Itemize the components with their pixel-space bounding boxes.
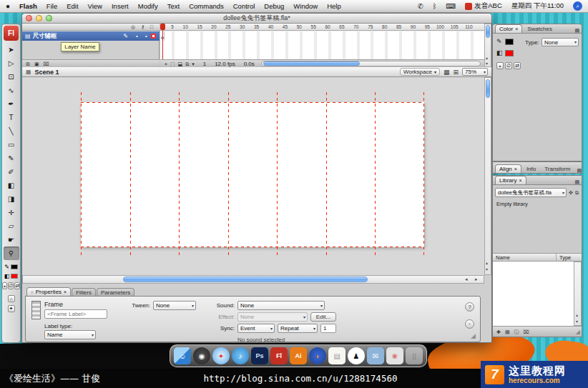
close-button[interactable] bbox=[26, 15, 32, 21]
sync-dropdown[interactable]: Event ▾ bbox=[237, 324, 275, 333]
guide-line[interactable] bbox=[81, 247, 424, 247]
help-icon[interactable]: ? bbox=[465, 302, 474, 312]
column-divider[interactable] bbox=[556, 254, 557, 262]
rectangle-tool[interactable]: ▭ bbox=[4, 138, 19, 151]
tab-close-icon[interactable]: × bbox=[64, 289, 67, 294]
apple-menu[interactable]: ● bbox=[6, 2, 10, 10]
dock-safari-icon[interactable]: ✦ bbox=[212, 347, 230, 364]
stage-vscrollbar[interactable]: ▴ ▾ bbox=[484, 77, 491, 275]
workspace-button[interactable]: Workspace ▾ bbox=[400, 68, 440, 76]
layer-outline-swatch[interactable] bbox=[151, 34, 156, 39]
pin-library-icon[interactable]: ✜ bbox=[569, 190, 573, 195]
outline-column-icon[interactable]: □ bbox=[150, 24, 153, 29]
menu-commands[interactable]: Commands bbox=[189, 2, 224, 10]
layer-row[interactable]: ▤ 尺寸辅框 ✎ • • bbox=[22, 31, 160, 41]
menu-control[interactable]: Control bbox=[233, 2, 255, 10]
library-col-name[interactable]: Name bbox=[496, 254, 510, 261]
delete-item-button[interactable]: ⌧ bbox=[524, 329, 529, 334]
swap-colors-button[interactable]: ⇄ bbox=[14, 282, 20, 289]
stage-hscrollbar[interactable]: ◂ ▸ bbox=[22, 275, 484, 284]
scroll-down-arrow-icon[interactable]: ▾ bbox=[486, 61, 488, 66]
tab-transform[interactable]: Transform bbox=[541, 165, 574, 173]
label-type-dropdown[interactable]: Name ▾ bbox=[44, 330, 96, 339]
edit-multiple-frames-button[interactable]: ⧉ bbox=[185, 61, 189, 66]
menu-debug[interactable]: Debug bbox=[264, 2, 284, 10]
frame-rate[interactable]: 12.0 fps bbox=[215, 61, 235, 67]
guide-line[interactable] bbox=[81, 102, 424, 103]
tab-align[interactable]: Align × bbox=[495, 164, 521, 173]
playhead-line[interactable] bbox=[162, 30, 163, 59]
dock-qq-icon[interactable]: ♟ bbox=[348, 347, 365, 364]
window-titlebar[interactable]: dollee兔兔书签草稿.fla* bbox=[22, 14, 491, 24]
scroll-up-arrow-icon[interactable]: ▴ bbox=[486, 55, 488, 60]
maximize-button[interactable] bbox=[46, 15, 52, 21]
lock-column-icon[interactable]: ⚷ bbox=[141, 24, 144, 29]
stage-pasteboard[interactable] bbox=[22, 77, 484, 275]
spotlight-icon[interactable]: ⌕ bbox=[573, 1, 582, 11]
timeline-hscroll-thumb[interactable] bbox=[263, 61, 360, 66]
dock-iphoto-icon[interactable]: ❀ bbox=[386, 347, 403, 364]
stroke-color-control[interactable]: ✎ bbox=[2, 264, 20, 270]
tab-info[interactable]: Info bbox=[523, 165, 539, 173]
stroke-color-swatch[interactable] bbox=[11, 264, 18, 269]
layer-name[interactable]: 尺寸辅框 bbox=[33, 32, 57, 41]
scroll-right-arrow-icon[interactable]: ▸ bbox=[475, 277, 478, 282]
dock-trash-icon[interactable]: ▯ bbox=[406, 347, 423, 364]
tab-filters[interactable]: Filters bbox=[72, 288, 96, 296]
pencil-tool[interactable]: ✎ bbox=[4, 151, 19, 165]
guide-line[interactable] bbox=[423, 92, 424, 257]
scroll-left-arrow-icon[interactable]: ◂ bbox=[465, 277, 468, 282]
tab-close-icon[interactable]: × bbox=[514, 166, 517, 171]
snap-magnet-button[interactable]: ∩ bbox=[8, 295, 15, 302]
zoom-tool[interactable]: ⚲ bbox=[4, 247, 19, 260]
dock-flash-icon[interactable]: Fl bbox=[270, 347, 288, 364]
resize-grip-icon[interactable]: ◢ bbox=[576, 329, 580, 335]
sound-dropdown[interactable]: None ▾ bbox=[237, 301, 325, 310]
dock-firefox-icon[interactable]: ◗ bbox=[309, 347, 326, 364]
guide-line[interactable] bbox=[81, 92, 82, 257]
menu-window[interactable]: Window bbox=[293, 2, 318, 10]
new-layer-button[interactable]: ⊞ bbox=[26, 61, 30, 66]
menu-flash[interactable]: Flash bbox=[19, 2, 37, 10]
eyedropper-tool[interactable]: ✛ bbox=[4, 206, 19, 219]
onion-skin-outlines-button[interactable]: ⬓ bbox=[178, 61, 183, 66]
panel-menu-icon[interactable]: ▤ bbox=[574, 28, 579, 33]
scroll-down-arrow-icon[interactable]: ▾ bbox=[576, 319, 578, 324]
modify-markers-button[interactable]: ▾ bbox=[192, 61, 195, 66]
menu-insert[interactable]: Insert bbox=[112, 2, 129, 10]
tab-parameters[interactable]: Parameters bbox=[97, 288, 134, 296]
layer-visible-dot[interactable]: • bbox=[132, 33, 142, 39]
menu-edit[interactable]: Edit bbox=[67, 2, 78, 10]
library-vscrollbar[interactable]: ▴ ▾ bbox=[574, 262, 582, 326]
fill-color-swatch[interactable] bbox=[505, 50, 514, 56]
layer-lock-dot[interactable]: • bbox=[142, 33, 151, 39]
dock-illustrator-icon[interactable]: Ai bbox=[290, 347, 307, 364]
library-document-dropdown[interactable]: dollee兔兔书签草稿.fla ▾ bbox=[495, 188, 567, 197]
dock-dashboard-icon[interactable]: ◉ bbox=[193, 347, 210, 364]
default-colors-button[interactable]: ▪ bbox=[2, 282, 7, 289]
hand-tool[interactable]: ☛ bbox=[4, 233, 19, 247]
scene-name[interactable]: Scene 1 bbox=[35, 69, 59, 76]
new-layer-folder-button[interactable]: ▣ bbox=[34, 61, 39, 66]
bluetooth-icon[interactable]: ᛒ bbox=[433, 2, 437, 10]
dock-itunes-icon[interactable]: ♪ bbox=[232, 347, 249, 364]
library-columns-header[interactable]: Name Type bbox=[493, 253, 582, 262]
onion-skin-button[interactable]: ⬚ bbox=[170, 61, 175, 66]
eraser-tool[interactable]: ▱ bbox=[4, 219, 19, 233]
edit-symbol-icon[interactable]: ⊞ bbox=[453, 69, 459, 76]
loop-count-input[interactable] bbox=[320, 324, 336, 333]
playhead-handle[interactable] bbox=[160, 24, 165, 30]
delete-layer-button[interactable]: ⌧ bbox=[44, 61, 49, 66]
stage-hscroll-thumb[interactable] bbox=[123, 277, 368, 282]
resize-grip-icon[interactable]: ◢ bbox=[471, 332, 476, 339]
dock-photoshop-icon[interactable]: Ps bbox=[251, 347, 268, 364]
ink-bottle-tool[interactable]: ◧ bbox=[4, 179, 19, 192]
timeline-hscrollbar[interactable] bbox=[261, 61, 481, 66]
subselection-tool[interactable]: ▷ bbox=[4, 56, 19, 70]
eye-column-icon[interactable]: ◎ bbox=[131, 24, 135, 29]
tab-swatches[interactable]: Swatches bbox=[524, 25, 556, 33]
panel-menu-icon[interactable]: ▤ bbox=[574, 179, 579, 184]
stroke-color-swatch[interactable] bbox=[505, 39, 514, 45]
menu-view[interactable]: View bbox=[88, 2, 102, 10]
dock-mail-icon[interactable]: ✉ bbox=[367, 347, 384, 364]
